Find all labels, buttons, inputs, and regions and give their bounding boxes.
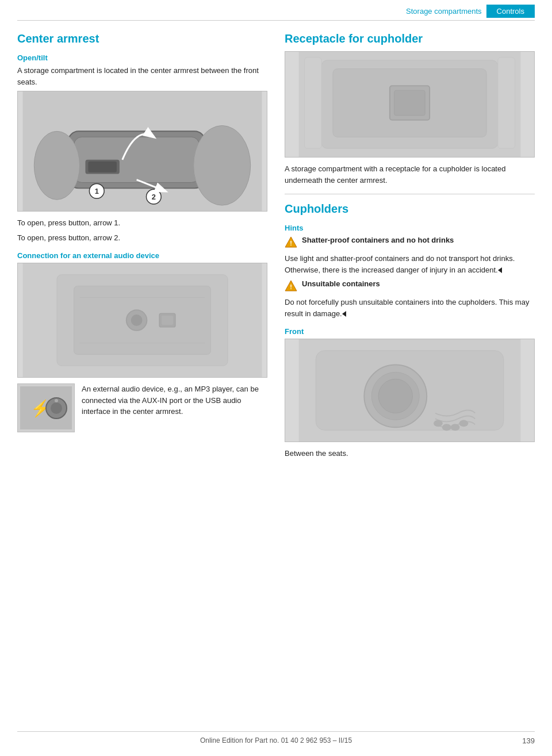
warning-text-2: Unsuitable containers: [302, 279, 380, 289]
audio-device-text: An external audio device, e.g., an MP3 p…: [82, 383, 267, 429]
svg-point-11: [194, 125, 251, 205]
cupholders-title: Cupholders: [285, 202, 535, 216]
svg-point-43: [434, 420, 443, 427]
svg-point-26: [55, 399, 58, 402]
footer-page: 139: [522, 736, 535, 745]
center-armrest-title: Center armrest: [17, 32, 267, 45]
warning-block-2: ! Unsuitable containers: [285, 279, 535, 292]
svg-rect-32: [305, 57, 322, 148]
right-column: Receptacle for cupholder A storage compa…: [285, 32, 535, 463]
svg-rect-31: [394, 90, 425, 116]
svg-rect-19: [162, 316, 173, 325]
warning-icon-2: !: [285, 279, 297, 292]
svg-text:1: 1: [95, 187, 99, 195]
triangle-marker-1: [498, 267, 502, 273]
svg-point-45: [451, 424, 460, 431]
warning-block-1: ! Shatter-proof containers and no hot dr…: [285, 235, 535, 248]
front-cupholder-image: [285, 339, 535, 442]
svg-text:2: 2: [152, 193, 156, 201]
armrest-image: 1 2: [17, 91, 267, 212]
open-tilt-body: A storage compartment is located in the …: [17, 65, 267, 87]
connection-subtitle: Connection for an external audio device: [17, 251, 267, 260]
footer-text: Online Edition for Part no. 01 40 2 962 …: [17, 736, 535, 745]
main-content: Center armrest Open/tilt A storage compa…: [0, 21, 552, 497]
receptacle-body: A storage compartment with a receptacle …: [285, 163, 535, 186]
svg-text:!: !: [290, 283, 292, 290]
warning-text-1: Shatter-proof containers and no hot drin…: [302, 235, 454, 245]
svg-rect-4: [88, 162, 117, 172]
svg-point-42: [378, 379, 412, 413]
receptacle-image: [285, 51, 535, 158]
svg-point-46: [459, 420, 469, 427]
header-storage-label: Storage compartments: [406, 7, 482, 16]
front-subtitle: Front: [285, 327, 535, 336]
warning1-body: Use light and shatter-proof containers a…: [285, 253, 535, 275]
header-controls-label: Controls: [486, 5, 535, 18]
arrow1-note: To open, press button, arrow 1.: [17, 217, 267, 229]
connection-image: [17, 263, 267, 378]
svg-point-17: [131, 314, 143, 326]
warning-icon-1: !: [285, 236, 297, 248]
divider: [285, 194, 535, 194]
page-footer: Online Edition for Part no. 01 40 2 962 …: [17, 731, 535, 745]
svg-text:!: !: [290, 240, 292, 247]
receptacle-title: Receptacle for cupholder: [285, 32, 535, 45]
audio-device-image: ⚡: [17, 383, 75, 432]
hints-subtitle: Hints: [285, 224, 535, 232]
svg-rect-33: [498, 57, 515, 148]
svg-point-44: [442, 424, 451, 431]
front-body: Between the seats.: [285, 448, 535, 459]
warning-title-2: Unsuitable containers: [302, 279, 380, 289]
audio-device-row: ⚡ An external audio device, e.g., an MP3…: [17, 383, 267, 432]
warning-title-1: Shatter-proof containers and no hot drin…: [302, 235, 454, 245]
triangle-marker-2: [342, 311, 346, 317]
svg-point-12: [34, 131, 79, 199]
warning2-body: Do not forcefully push unsuitable contai…: [285, 297, 535, 319]
arrow2-note: To open, press button, arrow 2.: [17, 232, 267, 244]
page-header: Storage compartments Controls: [17, 0, 535, 21]
open-tilt-subtitle: Open/tilt: [17, 53, 267, 62]
svg-point-25: [51, 402, 62, 414]
left-column: Center armrest Open/tilt A storage compa…: [17, 32, 267, 463]
